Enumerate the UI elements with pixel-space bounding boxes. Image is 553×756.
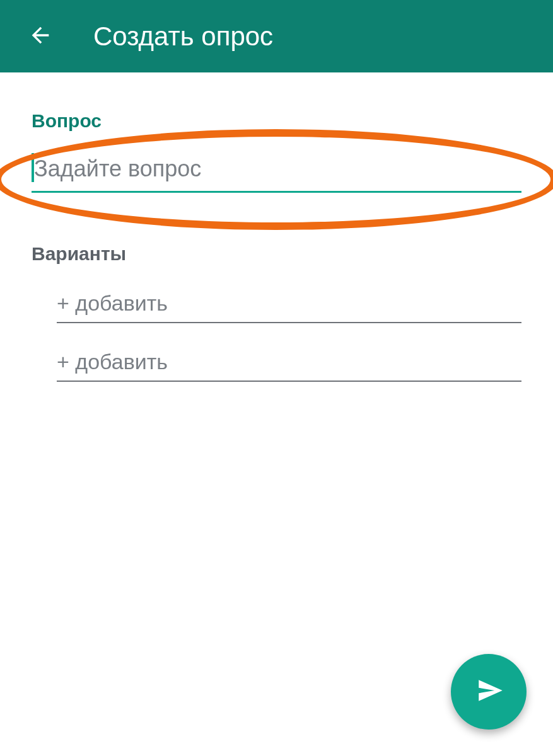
option-row [57, 285, 521, 323]
option-input-2[interactable] [57, 343, 521, 382]
question-field-wrap [32, 147, 521, 193]
arrow-left-icon [28, 23, 53, 50]
question-label: Вопрос [32, 110, 521, 132]
option-input-1[interactable] [57, 285, 521, 323]
text-cursor [32, 153, 34, 182]
page-title: Создать опрос [93, 21, 273, 52]
send-button[interactable] [451, 654, 527, 730]
content-area: Вопрос Варианты [0, 72, 553, 382]
app-header: Создать опрос [0, 0, 553, 72]
back-button[interactable] [25, 21, 55, 52]
options-label: Варианты [32, 243, 521, 265]
input-underline [32, 191, 521, 193]
question-input[interactable] [32, 147, 521, 191]
option-row [57, 343, 521, 382]
send-icon [471, 675, 506, 709]
